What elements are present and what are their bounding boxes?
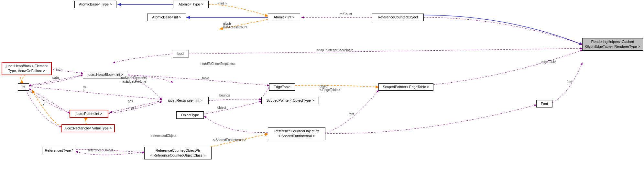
- node-referencecountedobjectptr-sharedfont: ReferenceCountedObjectPtr< SharedFontInt…: [268, 127, 325, 140]
- label-font-rendering: font: [567, 80, 572, 84]
- node-point-int: juce::Point< int >: [70, 110, 108, 118]
- node-renderinghelpers: RenderingHelpers::CachedGlyphEdgeTable< …: [582, 38, 643, 51]
- node-int: int: [18, 83, 29, 91]
- label-edgetable: edgeTable: [541, 60, 556, 64]
- node-referencecountedobjectptr-class: ReferenceCountedObjectPtr< ReferenceCoun…: [144, 147, 212, 159]
- label-object-edgetable: object< EdgeTable >: [320, 85, 341, 92]
- label-referencedobject-bottom: referencedObject: [151, 134, 176, 137]
- label-linestride: lineStrideElementsmaxEdgesPerLine: [120, 76, 147, 83]
- label-font-scopedptr: font: [349, 112, 354, 116]
- label-sharedfont: < SharedFontInternal >: [213, 138, 246, 142]
- node-atomic-type: Atomic< Type >: [173, 1, 209, 8]
- label-int: < int >: [218, 2, 227, 5]
- node-edgetable: EdgeTable: [269, 83, 295, 91]
- node-referencedtype: ReferencedType *: [42, 147, 76, 154]
- node-atomic-int: Atomic< int >: [268, 14, 300, 21]
- label-snaptointeger: snapToIntegerCoordinate: [317, 48, 353, 52]
- node-scopedpointer-edgetable: ScopedPointer< EdgeTable >: [378, 83, 433, 91]
- node-bool: bool: [173, 50, 189, 57]
- node-atomicbase-type: AtomicBase< Type >: [74, 1, 116, 8]
- label-table: table: [202, 76, 209, 80]
- diagram-container: Atomic< Type > AtomicBase< Type > Atomic…: [0, 0, 644, 183]
- node-scopedpointer-objecttype: ScopedPointer< ObjectType >: [261, 97, 319, 104]
- label-referencedobject-left: referencedObject: [88, 148, 113, 152]
- node-rectangle-valuetype: juce::Rectangle< ValueType >: [61, 124, 115, 132]
- node-atomicbase-int: AtomicBase< int >: [147, 14, 186, 21]
- label-object: object: [217, 106, 226, 109]
- node-objecttype: ObjectType: [176, 111, 204, 119]
- node-font: Font: [536, 100, 552, 107]
- node-heapblock-element: juce::HeapBlock< ElementType, throwOnFai…: [2, 62, 52, 75]
- label-bounds: bounds: [219, 94, 230, 97]
- label-pos: pos-< int >: [128, 99, 137, 110]
- label-needtocheck: needToCheckEmptiness: [201, 62, 235, 66]
- label-glyph: glyphlastAccessCount: [223, 22, 247, 29]
- label-int-inherit: < int >: [53, 68, 62, 71]
- label-w-h: wh: [83, 86, 86, 93]
- label-x-y: xy: [43, 98, 44, 106]
- label-data: data: [52, 76, 59, 79]
- node-referencecounted-object: ReferenceCountedObject: [372, 14, 424, 21]
- node-rectangle-int: juce::Rectangle< int >: [162, 97, 209, 104]
- label-refcount: refCount: [340, 12, 352, 16]
